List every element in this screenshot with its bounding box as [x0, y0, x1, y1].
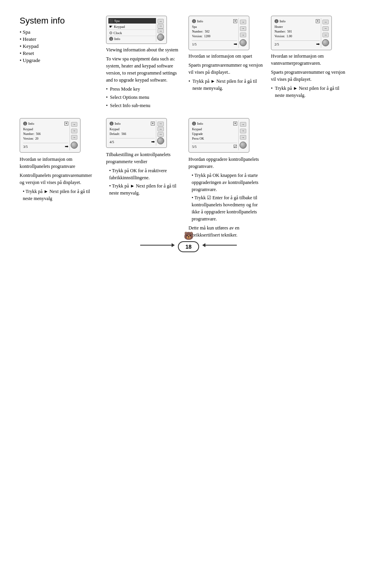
screen4-label2: Number: [23, 132, 34, 137]
bear-icon: 🐻 [184, 231, 194, 240]
bottom-caption3-item2: Trykk ☑ Enter for å gå tilbake til kontr… [192, 194, 261, 222]
caption1-item2: Select Options menu [106, 94, 181, 101]
bottom-caption2: Tilbakestilling av kontrollpanelets prog… [106, 151, 179, 197]
bottom-caption1-body: Kontrollpanelets programvarenummer og ve… [20, 172, 96, 186]
screen6-page: 5/5 [192, 145, 197, 149]
list-item-spa: Spa [20, 29, 102, 35]
col-screen3: i Info ✕ Heater Number: 501 [267, 16, 350, 110]
caption2-title: Hvordan se informasjon om spaet [188, 53, 263, 60]
col2-caption: Hvordan se informasjon om spaet Spaets p… [188, 53, 263, 92]
screen6-wrapper: i Info ✕ Keypad Upgrade Press OK 5/5 [188, 118, 261, 153]
screen4-page: 3/5 [23, 145, 28, 149]
caption1-title: Viewing information about the system [106, 46, 181, 53]
screen3-wrapper: i Info ✕ Heater Number: 501 [271, 16, 346, 50]
system-info-list: Spa Heater Keypad Reset Upgrade [20, 29, 102, 64]
screen3-label2: Number: [275, 29, 285, 34]
screen2-wrapper: i Info ✕ Spa Number:502 Version:120 [188, 16, 263, 50]
footer-left [140, 243, 175, 247]
caption3-body: Spaets programvarenummer og versjon vil … [271, 69, 346, 83]
screen6-label3: Press OK [192, 137, 237, 141]
bottom-col4 [267, 118, 350, 240]
bottom-caption2-item1: Trykk på OK for å reaktivere fabrikkinns… [109, 167, 179, 181]
bottom-caption2-list: Trykk på OK for å reaktivere fabrikkinns… [106, 167, 179, 197]
footer-line-left [140, 245, 172, 246]
system-info-panel: System info Spa Heater Keypad Reset Upgr… [20, 16, 102, 110]
bottom-caption1-title: Hvordan se informasjon om kontrollpanele… [20, 156, 96, 170]
screen4-wrapper: i Info ✕ Keypad Number: 566 [20, 118, 96, 153]
caption1-body: To view spa equipment data such as: syst… [106, 55, 181, 84]
screen3-val3: 1.00 [287, 34, 292, 39]
caption2-body: Spaets programvarenummer og versjon vil … [188, 62, 263, 76]
col3-caption: Hvordan se informasjon om vannvarmerprog… [271, 53, 346, 99]
caption3-item1: Trykk på ► Next pilen for å gå til neste… [271, 85, 346, 99]
bottom-caption3-item1: Trykk på OK knappen for å starte oppgrad… [192, 172, 261, 193]
system-info-title: System info [20, 16, 102, 26]
bottom-caption3-title: Hvordan oppgradere kontrollpanelets prog… [188, 156, 261, 170]
screen5-label2: Default: [110, 132, 120, 137]
bottom-caption1: Hvordan se informasjon om kontrollpanele… [20, 156, 96, 202]
screen4-val2: 566 [36, 132, 40, 137]
screen4-label3: Version: [23, 137, 34, 141]
bottom-caption3-footer: Dette må kun utføres av en fabrikksertif… [188, 224, 261, 238]
bottom-caption2-title: Tilbakestilling av kontrollpanelets prog… [106, 151, 179, 165]
bottom-caption1-list: Trykk på ► Next pilen for å gå til neste… [20, 188, 96, 202]
page-container: System info Spa Heater Keypad Reset Upgr… [0, 0, 377, 264]
list-item-keypad: Keypad [20, 43, 102, 49]
list-item-reset: Reset [20, 50, 102, 56]
caption2-list: Trykk på ► Next pilen for å gå til neste… [188, 78, 263, 92]
page-footer: 🐻 18 [0, 238, 377, 252]
page-number-container: 🐻 18 [178, 238, 199, 252]
bottom-caption1-item1: Trykk på ► Next pilen for å gå til neste… [23, 188, 96, 202]
bottom-caption3-list: Trykk på OK knappen for å starte oppgrad… [188, 172, 261, 222]
list-item-heater: Heater [20, 36, 102, 42]
page-number-badge: 18 [178, 241, 199, 252]
footer-arrow-right [202, 243, 205, 247]
caption1-item1: Press Mode key [106, 86, 181, 93]
screen6-label2: Upgrade [192, 132, 237, 137]
footer-arrow-left [172, 243, 175, 247]
screen5-page: 4/5 [110, 140, 114, 144]
screen3-label1: Heater [275, 25, 320, 29]
screen3-label3: Version: [275, 34, 285, 39]
col-screen1: ⬛ Spa ☛ Keypad ⊙ Clock [102, 16, 185, 110]
screen4-val3: 20 [35, 137, 38, 141]
caption2-item1: Trykk på ► Next pilen for å gå til neste… [188, 78, 263, 92]
screen3-val2: 501 [287, 29, 292, 34]
screen4-label1: Keypad [23, 127, 68, 132]
caption3-list: Trykk på ► Next pilen for å gå til neste… [271, 85, 346, 99]
col1-caption: Viewing information about the system To … [106, 46, 181, 109]
screen3-page: 2/5 [275, 42, 279, 46]
caption3-title: Hvordan se informasjon om vannvarmerprog… [271, 53, 346, 67]
caption1-list: Press Mode key Select Options menu Selec… [106, 86, 181, 109]
list-item-upgrade: Upgrade [20, 57, 102, 64]
screen1-wrapper: ⬛ Spa ☛ Keypad ⊙ Clock [106, 16, 181, 44]
footer-right [202, 243, 237, 247]
screen5-wrapper: i Info ✕ Keypad Default: 566 [106, 118, 179, 148]
col-screen2: i Info ✕ Spa Number:502 Version:120 [185, 16, 267, 110]
page-number: 18 [185, 244, 192, 250]
caption1-item3: Select Info sub-menu [106, 102, 181, 109]
screen5-val2: 566 [121, 132, 126, 137]
bottom-caption3: Hvordan oppgradere kontrollpanelets prog… [188, 156, 261, 238]
screen6-label1: Keypad [192, 127, 237, 132]
bottom-col1: i Info ✕ Keypad Number: 566 [20, 118, 102, 240]
bottom-col2: i Info ✕ Keypad Default: 566 [102, 118, 185, 240]
bottom-col3: i Info ✕ Keypad Upgrade Press OK 5/5 [185, 118, 267, 240]
screen5-label1: Keypad [110, 127, 155, 132]
footer-line-right [205, 245, 237, 246]
bottom-caption2-item2: Trykk på ► Next pilen for å gå til neste… [109, 182, 179, 197]
